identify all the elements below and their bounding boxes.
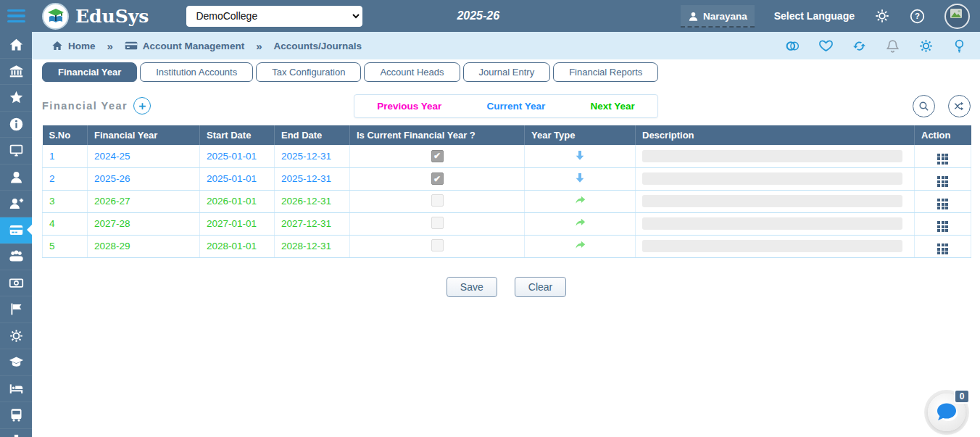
description-input[interactable] xyxy=(642,240,902,252)
info-icon xyxy=(9,117,24,132)
sidebar-item-user-add[interactable] xyxy=(0,191,32,217)
current-year-checkbox[interactable]: ✔ xyxy=(431,150,444,162)
sidebar-item-fees[interactable] xyxy=(0,270,32,297)
search-button[interactable] xyxy=(913,95,935,117)
row-actions-grid-icon[interactable] xyxy=(937,221,948,232)
refresh-icon[interactable] xyxy=(852,38,867,54)
sidebar-item-user[interactable] xyxy=(0,165,32,191)
description-input[interactable] xyxy=(642,150,902,162)
sidebar-item-info[interactable] xyxy=(0,112,32,138)
tab-journal-entry[interactable]: Journal Entry xyxy=(463,62,551,82)
cell-sno: 2 xyxy=(43,167,88,190)
sitemap-icon xyxy=(9,434,24,437)
settings-gear-icon[interactable] xyxy=(874,8,890,24)
tab-financial-year[interactable]: Financial Year xyxy=(42,62,137,82)
col-description: Description xyxy=(636,125,915,145)
notifications-bell-icon[interactable] xyxy=(885,38,900,54)
user-add-icon xyxy=(9,196,24,211)
cell-financial-year: 2027-28 xyxy=(88,212,200,235)
bus-icon xyxy=(9,407,24,423)
current-year-checkbox[interactable] xyxy=(431,194,444,207)
cell-start-date: 2025-01-01 xyxy=(200,145,275,167)
cell-end-date: 2025-12-31 xyxy=(275,145,350,167)
cell-end-date: 2025-12-31 xyxy=(275,167,350,190)
user-menu[interactable]: Narayana xyxy=(681,5,755,28)
college-select[interactable]: DemoCollege xyxy=(186,6,362,27)
sidebar-item-home[interactable] xyxy=(0,32,32,59)
tab-institution-accounts[interactable]: Institution Accounts xyxy=(140,62,253,82)
tab-account-heads[interactable]: Account Heads xyxy=(364,62,460,82)
row-actions-grid-icon[interactable] xyxy=(937,176,948,187)
academic-year-label: 2025-26 xyxy=(457,9,499,22)
current-year-button[interactable]: Current Year xyxy=(486,101,545,112)
col-sno: S.No xyxy=(43,125,88,145)
breadcrumb-page-label: Accounts/Journals xyxy=(273,41,362,51)
bed-icon xyxy=(9,381,24,396)
cell-sno: 1 xyxy=(43,145,88,167)
sidebar-item-flag[interactable] xyxy=(0,296,32,323)
current-year-checkbox[interactable]: ✔ xyxy=(431,172,444,185)
current-year-checkbox[interactable] xyxy=(431,217,444,229)
cell-financial-year: 2028-29 xyxy=(88,235,200,257)
institution-icon xyxy=(9,64,24,79)
row-actions-grid-icon[interactable] xyxy=(937,199,948,209)
cell-start-date: 2026-01-01 xyxy=(200,190,275,212)
settings-gear-icon[interactable] xyxy=(918,38,934,54)
sidebar-item-hostel[interactable] xyxy=(0,376,32,403)
help-icon[interactable]: ? xyxy=(910,9,925,24)
description-input[interactable] xyxy=(642,195,902,207)
graduation-cap-icon xyxy=(9,354,24,370)
forward-arrow-icon[interactable] xyxy=(574,217,586,228)
table-row: 1 2024-25 2025-01-01 2025-12-31 ✔ xyxy=(43,145,971,167)
sidebar-item-desktop[interactable] xyxy=(0,138,32,165)
sidebar-item-settings[interactable] xyxy=(0,323,32,350)
chat-bubble-icon xyxy=(934,401,959,423)
description-input[interactable] xyxy=(642,217,902,230)
tips-lightbulb-icon[interactable] xyxy=(952,38,967,54)
next-year-button[interactable]: Next Year xyxy=(591,101,635,112)
image-placeholder-icon xyxy=(950,9,962,18)
row-actions-grid-icon[interactable] xyxy=(937,154,948,165)
cell-end-date: 2026-12-31 xyxy=(275,190,350,212)
cell-sno: 5 xyxy=(43,235,88,257)
down-arrow-icon[interactable] xyxy=(574,172,586,183)
down-arrow-icon[interactable] xyxy=(574,149,586,161)
search-icon xyxy=(918,100,930,112)
clear-button[interactable]: Clear xyxy=(515,277,566,297)
menu-icon[interactable] xyxy=(0,9,32,23)
cell-financial-year: 2024-25 xyxy=(88,145,200,167)
chat-badge: 0 xyxy=(954,389,970,404)
add-financial-year-button[interactable] xyxy=(133,97,151,115)
forward-arrow-icon[interactable] xyxy=(574,239,586,251)
current-year-checkbox[interactable] xyxy=(431,239,444,251)
avatar[interactable] xyxy=(944,4,970,29)
user-name-label: Narayana xyxy=(703,11,747,22)
breadcrumb-home[interactable]: Home xyxy=(51,40,96,51)
sidebar-item-favorites[interactable] xyxy=(0,85,32,112)
tab-financial-reports[interactable]: Financial Reports xyxy=(553,62,658,82)
shuffle-button[interactable] xyxy=(948,95,971,117)
select-language-link[interactable]: Select Language xyxy=(774,10,855,22)
sidebar-item-groups[interactable] xyxy=(0,244,32,270)
tab-tax-configuration[interactable]: Tax Configuration xyxy=(256,62,361,82)
sidebar-item-academics[interactable] xyxy=(0,349,32,376)
favorite-heart-icon[interactable] xyxy=(818,38,834,54)
form-actions: Save Clear xyxy=(42,277,971,297)
page-title: Financial Year xyxy=(42,100,128,112)
description-input[interactable] xyxy=(642,172,902,185)
theme-toggle-icon[interactable] xyxy=(785,38,800,54)
row-actions-grid-icon[interactable] xyxy=(937,244,948,254)
sidebar-item-sitemap[interactable] xyxy=(0,429,32,437)
home-icon xyxy=(51,40,63,51)
sidebar-item-transport[interactable] xyxy=(0,402,32,429)
user-icon xyxy=(688,11,699,22)
save-button[interactable]: Save xyxy=(447,277,497,297)
chat-widget: 0 xyxy=(928,389,968,430)
previous-year-button[interactable]: Previous Year xyxy=(377,101,441,112)
sidebar-item-institution[interactable] xyxy=(0,59,32,86)
col-action: Action xyxy=(915,125,971,145)
sidebar-item-account-management[interactable] xyxy=(0,217,32,244)
cell-start-date: 2027-01-01 xyxy=(200,212,275,235)
breadcrumb-account-management[interactable]: Account Management xyxy=(125,41,244,51)
forward-arrow-icon[interactable] xyxy=(574,194,586,206)
